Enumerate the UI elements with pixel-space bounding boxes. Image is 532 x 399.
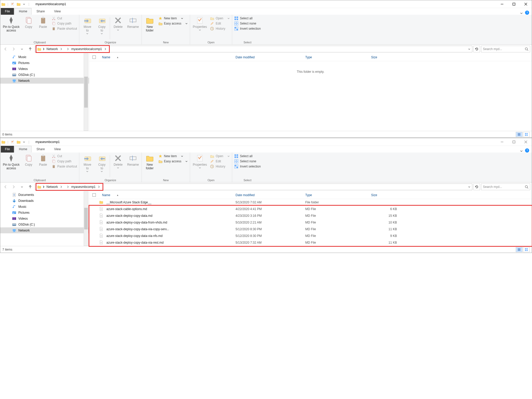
- search-input[interactable]: Search myd...: [481, 46, 530, 52]
- nav-item[interactable]: Pictures: [0, 60, 89, 66]
- properties-button[interactable]: Properties: [191, 16, 208, 38]
- recent-dropdown[interactable]: [18, 183, 26, 190]
- back-button[interactable]: [2, 46, 9, 52]
- breadcrumb-segment[interactable]: myasesmblocalcomp1: [70, 46, 107, 52]
- copy-button[interactable]: Copy: [22, 16, 36, 38]
- breadcrumb-segment[interactable]: Network: [45, 184, 63, 189]
- table-row[interactable]: azure-stack-cable-options.md 4/22/2020 4…: [89, 206, 532, 212]
- titlebar[interactable]: | | myasesmblocalcomp1: [0, 0, 532, 8]
- thumbnails-view-button[interactable]: [523, 132, 530, 137]
- share-tab[interactable]: Share: [32, 146, 49, 153]
- maximize-button[interactable]: [508, 0, 520, 8]
- paste-button[interactable]: Paste: [36, 16, 50, 38]
- edit-button[interactable]: Edit: [210, 21, 230, 26]
- details-view-button[interactable]: [516, 247, 522, 252]
- home-tab[interactable]: Home: [14, 8, 32, 15]
- address-bar[interactable]: Network myasesmbcomp1: [35, 183, 472, 190]
- nav-item[interactable]: Videos: [0, 216, 89, 221]
- address-dropdown[interactable]: [466, 184, 472, 190]
- col-name[interactable]: Name▲: [89, 55, 233, 59]
- col-type[interactable]: Type: [303, 55, 369, 59]
- easy-access-button[interactable]: Easy access: [158, 159, 188, 163]
- address-bar[interactable]: Network myasesmblocalcomp1: [35, 46, 472, 52]
- minimize-button[interactable]: [496, 138, 508, 146]
- move-to-button[interactable]: Move to: [80, 16, 94, 38]
- nav-pane[interactable]: Music Pictures Videos OSDisk (C:) Networ…: [0, 53, 89, 131]
- collapse-ribbon-button[interactable]: [518, 12, 525, 15]
- close-button[interactable]: [520, 0, 532, 8]
- nav-item[interactable]: Music: [0, 54, 89, 60]
- paste-button[interactable]: Paste: [36, 154, 50, 176]
- select-none-button[interactable]: Select none: [234, 159, 261, 163]
- table-row[interactable]: azure-stack-deploy-copy-data-via-rest.md…: [89, 239, 532, 246]
- paste-shortcut-button[interactable]: Paste shortcut: [52, 27, 77, 31]
- nav-item[interactable]: Network: [0, 227, 89, 233]
- qat-properties-icon[interactable]: [10, 140, 14, 144]
- invert-selection-button[interactable]: Invert selection: [234, 27, 261, 31]
- new-item-button[interactable]: New item: [158, 154, 188, 158]
- open-button[interactable]: Open: [210, 154, 230, 158]
- invert-selection-button[interactable]: Invert selection: [234, 164, 261, 169]
- copy-to-button[interactable]: Copy to: [95, 16, 109, 38]
- up-button[interactable]: [27, 46, 34, 52]
- thumbnails-view-button[interactable]: [523, 247, 530, 252]
- view-tab[interactable]: View: [50, 8, 65, 15]
- up-button[interactable]: [27, 183, 34, 190]
- nav-item[interactable]: Downloads: [0, 198, 89, 204]
- copy-path-button[interactable]: Copy path: [52, 21, 77, 26]
- table-row[interactable]: __Microsoft Azure Stack Edge__ 5/13/2020…: [89, 199, 532, 206]
- minimize-button[interactable]: [496, 0, 508, 8]
- easy-access-button[interactable]: Easy access: [158, 21, 188, 26]
- help-icon[interactable]: ?: [525, 148, 529, 153]
- nav-pane[interactable]: Documents Downloads Music Pictures Video…: [0, 191, 89, 246]
- history-button[interactable]: History: [210, 164, 230, 169]
- refresh-button[interactable]: [473, 183, 480, 190]
- new-folder-button[interactable]: New folder: [143, 154, 157, 176]
- rename-button[interactable]: Rename: [126, 16, 140, 38]
- file-tab[interactable]: File: [1, 8, 14, 15]
- pin-quick-access-button[interactable]: Pin to Quick access: [1, 16, 21, 38]
- select-all-button[interactable]: Select all: [234, 154, 261, 158]
- breadcrumb-segment[interactable]: [63, 46, 70, 52]
- help-icon[interactable]: ?: [525, 11, 529, 15]
- select-all-checkbox[interactable]: [92, 193, 96, 197]
- col-date[interactable]: Date modified: [233, 55, 303, 59]
- nav-item[interactable]: Network: [0, 78, 89, 84]
- col-date[interactable]: Date modified: [233, 193, 303, 197]
- move-to-button[interactable]: Move to: [80, 154, 94, 176]
- delete-button[interactable]: Delete: [111, 16, 125, 38]
- new-item-button[interactable]: New item: [158, 16, 188, 20]
- titlebar[interactable]: | | myasesmbcomp1: [0, 138, 532, 146]
- qat-folder-icon[interactable]: [17, 140, 21, 144]
- qat-properties-icon[interactable]: [10, 2, 14, 6]
- scrollbar[interactable]: [84, 191, 88, 246]
- copy-to-button[interactable]: Copy to: [95, 154, 109, 176]
- delete-button[interactable]: Delete: [111, 154, 125, 176]
- breadcrumb-segment[interactable]: [63, 184, 70, 189]
- breadcrumb-segment[interactable]: Network: [45, 46, 63, 52]
- paste-shortcut-button[interactable]: Paste shortcut: [52, 164, 77, 169]
- nav-item[interactable]: OSDisk (C:): [0, 72, 89, 78]
- qat-folder-icon[interactable]: [17, 2, 21, 6]
- forward-button[interactable]: [10, 46, 17, 52]
- qat-overflow[interactable]: [23, 3, 25, 5]
- back-button[interactable]: [2, 183, 9, 190]
- table-row[interactable]: azure-stack-deploy-copy-data-from-vhds.m…: [89, 219, 532, 226]
- col-size[interactable]: Size: [369, 55, 400, 59]
- table-row[interactable]: azure-stack-deploy-copy-data.md 4/23/202…: [89, 212, 532, 219]
- pin-quick-access-button[interactable]: Pin to Quick access: [1, 154, 21, 176]
- new-folder-button[interactable]: New folder: [143, 16, 157, 38]
- refresh-button[interactable]: [473, 46, 480, 52]
- collapse-ribbon-button[interactable]: [518, 149, 525, 153]
- edit-button[interactable]: Edit: [210, 159, 230, 163]
- table-row[interactable]: azure-stack-deploy-copy-data-via-copy-se…: [89, 226, 532, 233]
- nav-item[interactable]: Documents: [0, 192, 89, 198]
- details-view-button[interactable]: [516, 132, 522, 137]
- address-dropdown[interactable]: [466, 46, 472, 52]
- col-size[interactable]: Size: [369, 193, 400, 197]
- home-tab[interactable]: Home: [14, 146, 32, 153]
- properties-button[interactable]: Properties: [191, 154, 208, 176]
- table-row[interactable]: azure-stack-deploy-copy-data-via-nfs.md …: [89, 233, 532, 239]
- history-button[interactable]: History: [210, 27, 230, 31]
- copy-button[interactable]: Copy: [22, 154, 36, 176]
